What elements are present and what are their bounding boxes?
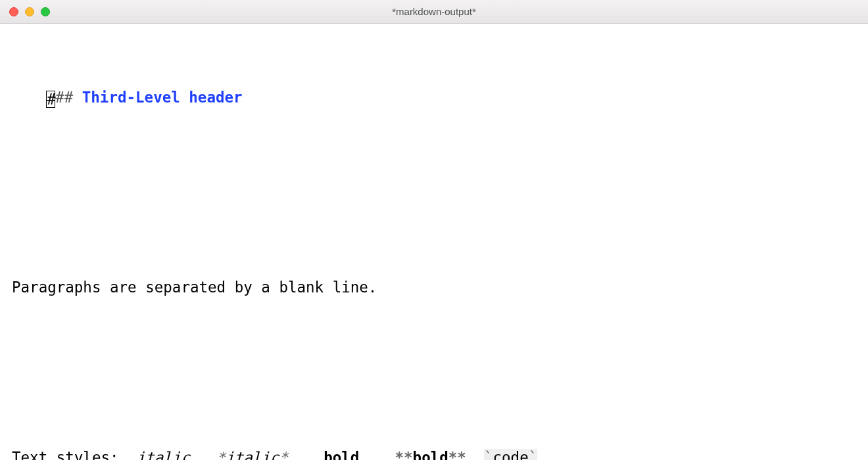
md-heading-text: Third-Level header [73,89,242,106]
md-paragraph: Paragraphs are separated by a blank line… [12,278,868,297]
markdown-buffer[interactable]: ### Third-Level header Paragraphs are se… [0,24,868,460]
window-title: *markdown-output* [0,5,868,18]
md-styles-line: Text styles: _italic_, *italic*, __bold_… [12,448,868,460]
title-bar: *markdown-output* [0,0,868,24]
text-cursor: # [46,91,55,107]
md-hash: ## [55,89,73,106]
